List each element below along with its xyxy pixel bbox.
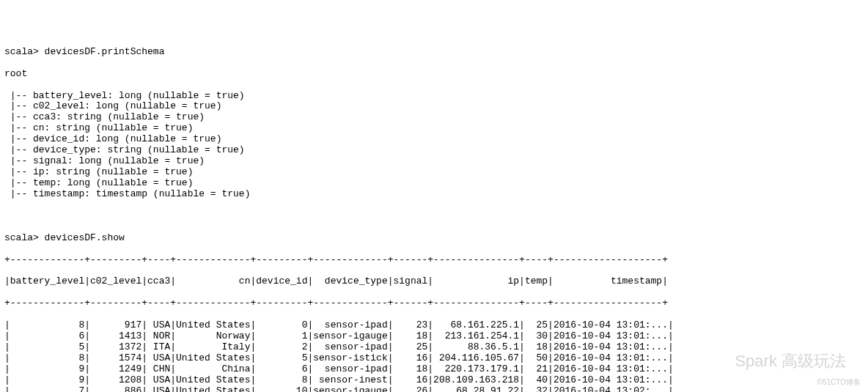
repl-line-1: scala> devicesDF.printSchema [4,47,864,58]
command-2: devicesDF.show [45,232,125,243]
schema-output: |-- battery_level: long (nullable = true… [4,91,864,200]
schema-field: |-- device_type: string (nullable = true… [4,145,864,156]
table-row: | 5| 1372| ITA| Italy| 2| sensor-ipad| 2… [4,342,864,353]
command-1: devicesDF.printSchema [45,46,165,57]
table-sep-mid: +-------------+---------+----+----------… [4,298,864,309]
schema-field: |-- timestamp: timestamp (nullable = tru… [4,189,864,200]
table-row: | 8| 1574| USA|United States| 5|sensor-i… [4,353,864,364]
schema-root: root [4,69,864,80]
prompt: scala> [4,232,45,243]
table-row: | 6| 1413| NOR| Norway| 1|sensor-igauge|… [4,331,864,342]
schema-field: |-- ip: string (nullable = true) [4,167,864,178]
table-row: | 7| 886| USA|United States| 10|sensor-i… [4,386,864,392]
schema-field: |-- cn: string (nullable = true) [4,123,864,134]
schema-field: |-- cca3: string (nullable = true) [4,112,864,123]
schema-field: |-- signal: long (nullable = true) [4,156,864,167]
prompt: scala> [4,46,45,57]
blank-line [4,211,864,222]
schema-field: |-- battery_level: long (nullable = true… [4,91,864,102]
schema-field: |-- temp: long (nullable = true) [4,178,864,189]
schema-field: |-- c02_level: long (nullable = true) [4,101,864,112]
table-sep-top: +-------------+---------+----+----------… [4,255,864,266]
table-rows: | 8| 917| USA|United States| 0| sensor-i… [4,320,864,392]
table-header: |battery_level|c02_level|cca3| cn|device… [4,276,864,287]
table-row: | 9| 1249| CHN| China| 6| sensor-ipad| 1… [4,364,864,375]
schema-field: |-- device_id: long (nullable = true) [4,134,864,145]
repl-line-2: scala> devicesDF.show [4,233,864,244]
table-row: | 8| 917| USA|United States| 0| sensor-i… [4,320,864,331]
table-row: | 9| 1208| USA|United States| 8| sensor-… [4,375,864,386]
